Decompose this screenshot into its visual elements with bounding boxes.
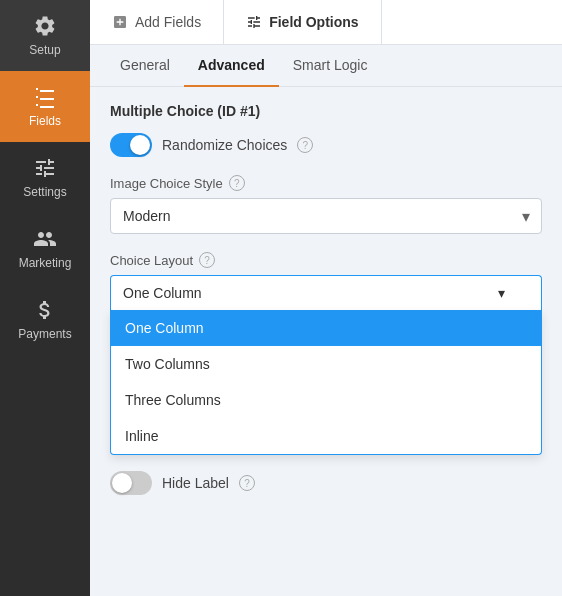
hide-label-toggle[interactable] — [110, 471, 152, 495]
hide-label-toggle-thumb — [112, 473, 132, 493]
tab-add-fields[interactable]: Add Fields — [90, 0, 224, 44]
inner-tabs: General Advanced Smart Logic — [90, 45, 562, 87]
randomize-choices-label: Randomize Choices — [162, 137, 287, 153]
choice-layout-trigger[interactable]: One Column ▾ — [110, 275, 542, 310]
sidebar-label-setup: Setup — [29, 43, 60, 57]
gear-icon — [33, 14, 57, 38]
payments-icon — [33, 298, 57, 322]
add-fields-icon — [112, 14, 128, 30]
choice-option-one-column[interactable]: One Column — [111, 310, 541, 346]
choice-option-three-columns[interactable]: Three Columns — [111, 382, 541, 418]
main-panel: Add Fields Field Options General Advance… — [90, 0, 562, 596]
choice-layout-label-row: Choice Layout ? — [110, 252, 542, 268]
image-choice-style-dropdown-wrapper: Classic Modern None ▾ — [110, 198, 542, 234]
field-title: Multiple Choice (ID #1) — [110, 103, 542, 119]
choice-layout-dropdown: One Column Two Columns Three Columns Inl… — [110, 310, 542, 455]
tab-add-fields-label: Add Fields — [135, 14, 201, 30]
tab-general[interactable]: General — [106, 45, 184, 87]
sidebar-label-settings: Settings — [23, 185, 66, 199]
image-choice-style-select[interactable]: Classic Modern None — [110, 198, 542, 234]
tab-advanced[interactable]: Advanced — [184, 45, 279, 87]
choice-option-inline[interactable]: Inline — [111, 418, 541, 454]
field-options-icon — [246, 14, 262, 30]
image-choice-style-label-row: Image Choice Style ? — [110, 175, 542, 191]
sidebar-item-marketing[interactable]: Marketing — [0, 213, 90, 284]
hide-label-label: Hide Label — [162, 475, 229, 491]
fields-icon — [33, 85, 57, 109]
tab-smart-logic[interactable]: Smart Logic — [279, 45, 382, 87]
sidebar-item-settings[interactable]: Settings — [0, 142, 90, 213]
sidebar-label-fields: Fields — [29, 114, 61, 128]
top-tabs: Add Fields Field Options — [90, 0, 562, 45]
choice-layout-label: Choice Layout — [110, 253, 193, 268]
toggle-thumb — [130, 135, 150, 155]
choice-layout-help-icon[interactable]: ? — [199, 252, 215, 268]
settings-icon — [33, 156, 57, 180]
hide-label-help-icon[interactable]: ? — [239, 475, 255, 491]
image-choice-style-help-icon[interactable]: ? — [229, 175, 245, 191]
choice-layout-arrow-icon: ▾ — [498, 285, 505, 301]
sidebar-item-setup[interactable]: Setup — [0, 0, 90, 71]
field-content: Multiple Choice (ID #1) Randomize Choice… — [90, 87, 562, 596]
sidebar-label-marketing: Marketing — [19, 256, 72, 270]
tab-field-options[interactable]: Field Options — [224, 0, 381, 44]
randomize-choices-row: Randomize Choices ? — [110, 133, 542, 157]
image-choice-style-label: Image Choice Style — [110, 176, 223, 191]
choice-layout-section: One Column ▾ One Column Two Columns Thre… — [110, 275, 542, 455]
sidebar-item-fields[interactable]: Fields — [0, 71, 90, 142]
sidebar-label-payments: Payments — [18, 327, 71, 341]
hide-label-row: Hide Label ? — [110, 471, 542, 495]
randomize-choices-help-icon[interactable]: ? — [297, 137, 313, 153]
sidebar: Setup Fields Settings Marketing Payments — [0, 0, 90, 596]
marketing-icon — [33, 227, 57, 251]
tab-field-options-label: Field Options — [269, 14, 358, 30]
sidebar-item-payments[interactable]: Payments — [0, 284, 90, 355]
choice-option-two-columns[interactable]: Two Columns — [111, 346, 541, 382]
choice-layout-value: One Column — [123, 285, 202, 301]
randomize-choices-toggle[interactable] — [110, 133, 152, 157]
